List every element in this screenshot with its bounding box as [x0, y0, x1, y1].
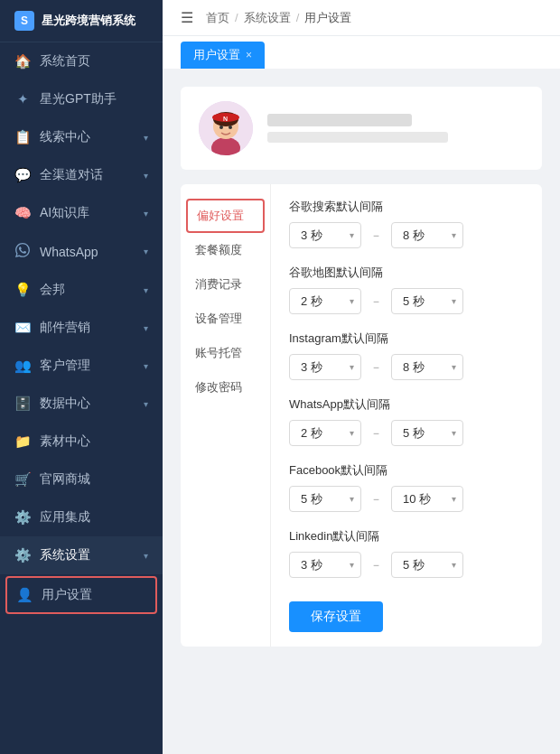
tab-close-icon[interactable]: ×	[246, 49, 252, 61]
main-content: ☰ 首页 / 系统设置 / 用户设置 用户设置 ×	[163, 0, 560, 754]
chevron-down-icon: ▾	[144, 171, 148, 181]
chevron-down-icon: ▾	[144, 285, 148, 295]
linkedin-interval: 1 秒2 秒3 秒5 秒8 秒10 秒 ▾ － 3 秒5 秒8 秒10 秒15 …	[289, 552, 524, 578]
linkedin-max-select[interactable]: 3 秒5 秒8 秒10 秒15 秒	[391, 552, 463, 578]
sidebar: S 星光跨境营销系统 🏠 系统首页 ✦ 星光GPT助手 📋 线索中心 ▾ 💬 全…	[0, 0, 163, 754]
sidebar-item-label: 邮件营销	[40, 320, 90, 336]
svg-text:N: N	[223, 116, 228, 122]
settings-item-records[interactable]: 消费记录	[181, 267, 270, 302]
google-maps-min-wrap: 1 秒2 秒3 秒5 秒8 秒10 秒 ▾	[289, 288, 361, 314]
sidebar-item-user-settings[interactable]: 👤 用户设置	[5, 576, 157, 614]
data-icon: 🗄️	[14, 396, 31, 412]
gpt-icon: ✦	[14, 91, 31, 107]
sidebar-item-data[interactable]: 🗄️ 数据中心 ▾	[0, 385, 163, 423]
interval-dash: －	[370, 425, 382, 442]
google-maps-min-select[interactable]: 1 秒2 秒3 秒5 秒8 秒10 秒	[289, 288, 361, 314]
sidebar-item-mail[interactable]: ✉️ 邮件营销 ▾	[0, 309, 163, 347]
google-search-min-select[interactable]: 1 秒2 秒3 秒5 秒8 秒10 秒	[289, 222, 361, 248]
sidebar-item-apps[interactable]: ⚙️ 应用集成	[0, 498, 163, 536]
google-maps-max-select[interactable]: 3 秒5 秒8 秒10 秒15 秒	[391, 288, 463, 314]
settings-item-package[interactable]: 套餐额度	[181, 233, 270, 267]
sidebar-item-ai[interactable]: 🧠 AI知识库 ▾	[0, 194, 163, 232]
hamburger-icon[interactable]: ☰	[181, 9, 193, 26]
app-title: 星光跨境营销系统	[42, 13, 135, 29]
breadcrumb-home[interactable]: 首页	[206, 10, 229, 26]
leads-icon: 📋	[14, 129, 31, 145]
instagram-max-wrap: 3 秒5 秒8 秒10 秒15 秒 ▾	[391, 354, 463, 380]
whatsapp-icon	[14, 243, 31, 260]
google-maps-row: 谷歌地图默认间隔 1 秒2 秒3 秒5 秒8 秒10 秒 ▾ － 3 秒5 秒8…	[289, 265, 524, 314]
interval-dash: －	[370, 491, 382, 507]
google-maps-label: 谷歌地图默认间隔	[289, 265, 524, 281]
facebook-min-select[interactable]: 1 秒2 秒3 秒5 秒8 秒10 秒	[289, 486, 361, 512]
customers-icon: 👥	[14, 358, 31, 374]
breadcrumb-section[interactable]: 系统设置	[244, 10, 291, 26]
sidebar-item-system[interactable]: ⚙️ 系统设置 ▾	[0, 536, 163, 574]
user-settings-icon: 👤	[16, 587, 33, 603]
facebook-max-select[interactable]: 3 秒5 秒8 秒10 秒15 秒	[391, 486, 463, 512]
sidebar-item-materials[interactable]: 📁 素材中心	[0, 423, 163, 461]
whatsapp-interval: 1 秒2 秒3 秒5 秒8 秒10 秒 ▾ － 3 秒5 秒8 秒10 秒15 …	[289, 420, 524, 446]
whatsapp-min-select[interactable]: 1 秒2 秒3 秒5 秒8 秒10 秒	[289, 420, 361, 446]
sidebar-item-gpt[interactable]: ✦ 星光GPT助手	[0, 80, 163, 118]
settings-item-password[interactable]: 修改密码	[181, 370, 270, 405]
materials-icon: 📁	[14, 433, 31, 450]
sidebar-item-channels[interactable]: 💬 全渠道对话 ▾	[0, 156, 163, 194]
settings-item-devices[interactable]: 设备管理	[181, 302, 270, 336]
sidebar-item-shop[interactable]: 🛒 官网商城	[0, 461, 163, 498]
google-search-max-select[interactable]: 3 秒5 秒8 秒10 秒15 秒	[391, 222, 463, 248]
home-icon: 🏠	[14, 53, 31, 70]
sidebar-item-label: 全渠道对话	[40, 167, 103, 183]
sidebar-item-label: 素材中心	[40, 433, 90, 450]
settings-item-preference[interactable]: 偏好设置	[186, 199, 265, 233]
sidebar-item-home[interactable]: 🏠 系统首页	[0, 42, 163, 80]
whatsapp-row: WhatsApp默认间隔 1 秒2 秒3 秒5 秒8 秒10 秒 ▾ － 3 秒…	[289, 396, 524, 446]
app-logo: S 星光跨境营销系统	[0, 0, 163, 42]
profile-section: N	[181, 87, 542, 170]
sidebar-item-huibang[interactable]: 💡 会邦 ▾	[0, 271, 163, 309]
huibang-icon: 💡	[14, 282, 31, 298]
mail-icon: ✉️	[14, 320, 31, 336]
interval-dash: －	[370, 228, 382, 244]
content-area: N 偏好设置 套餐额度 消费记录 设备管理 账号托管	[163, 69, 560, 754]
google-search-label: 谷歌搜索默认间隔	[289, 199, 524, 215]
facebook-interval: 1 秒2 秒3 秒5 秒8 秒10 秒 ▾ － 3 秒5 秒8 秒10 秒15 …	[289, 486, 524, 512]
sidebar-item-customers[interactable]: 👥 客户管理 ▾	[0, 347, 163, 385]
whatsapp-min-wrap: 1 秒2 秒3 秒5 秒8 秒10 秒 ▾	[289, 420, 361, 446]
linkedin-max-wrap: 3 秒5 秒8 秒10 秒15 秒 ▾	[391, 552, 463, 578]
sidebar-item-label: 应用集成	[40, 509, 90, 526]
chevron-down-icon: ▾	[144, 247, 148, 256]
instagram-min-wrap: 1 秒2 秒3 秒5 秒8 秒10 秒 ▾	[289, 354, 361, 380]
profile-sub	[267, 132, 448, 143]
chevron-down-icon: ▾	[144, 209, 148, 219]
settings-content: 谷歌搜索默认间隔 1 秒2 秒3 秒5 秒8 秒10 秒 ▾ － 3 秒5 秒8…	[271, 184, 542, 647]
sidebar-item-label: WhatsApp	[40, 245, 98, 259]
sidebar-item-label: 数据中心	[40, 396, 90, 412]
google-search-min-wrap: 1 秒2 秒3 秒5 秒8 秒10 秒 ▾	[289, 222, 361, 248]
whatsapp-max-select[interactable]: 3 秒5 秒8 秒10 秒15 秒	[391, 420, 463, 446]
settings-item-account[interactable]: 账号托管	[181, 336, 270, 370]
profile-name	[267, 114, 412, 126]
interval-dash: －	[370, 293, 382, 310]
facebook-max-wrap: 3 秒5 秒8 秒10 秒15 秒 ▾	[391, 486, 463, 512]
save-button[interactable]: 保存设置	[289, 601, 383, 632]
instagram-min-select[interactable]: 1 秒2 秒3 秒5 秒8 秒10 秒	[289, 354, 361, 380]
linkedin-label: Linkedin默认间隔	[289, 528, 524, 545]
instagram-interval: 1 秒2 秒3 秒5 秒8 秒10 秒 ▾ － 3 秒5 秒8 秒10 秒15 …	[289, 354, 524, 380]
tab-label: 用户设置	[193, 47, 240, 63]
instagram-max-select[interactable]: 3 秒5 秒8 秒10 秒15 秒	[391, 354, 463, 380]
sidebar-item-label: 官网商城	[40, 471, 90, 488]
svg-point-8	[229, 126, 232, 129]
tab-user-settings[interactable]: 用户设置 ×	[181, 42, 265, 69]
interval-dash: －	[370, 557, 382, 573]
avatar: N	[199, 101, 253, 155]
linkedin-min-wrap: 1 秒2 秒3 秒5 秒8 秒10 秒 ▾	[289, 552, 361, 578]
sidebar-item-whatsapp[interactable]: WhatsApp ▾	[0, 232, 163, 271]
linkedin-min-select[interactable]: 1 秒2 秒3 秒5 秒8 秒10 秒	[289, 552, 361, 578]
sidebar-item-label: 线索中心	[40, 129, 90, 145]
breadcrumb-current: 用户设置	[304, 10, 351, 26]
google-maps-interval: 1 秒2 秒3 秒5 秒8 秒10 秒 ▾ － 3 秒5 秒8 秒10 秒15 …	[289, 288, 524, 314]
sidebar-item-leads[interactable]: 📋 线索中心 ▾	[0, 118, 163, 156]
interval-dash: －	[370, 359, 382, 376]
channels-icon: 💬	[14, 167, 31, 183]
